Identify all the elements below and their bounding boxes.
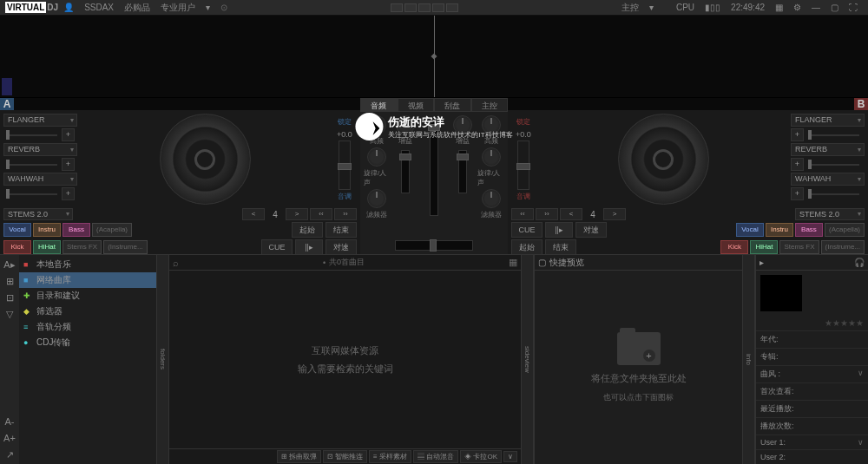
fx-reverb-slider[interactable]: [806, 158, 862, 171]
fx-reverb-select[interactable]: REVERB: [791, 143, 865, 156]
font-decrease[interactable]: A-: [3, 415, 16, 428]
dropdown-icon[interactable]: ▾: [206, 3, 210, 12]
crossfader[interactable]: [395, 240, 473, 251]
maximize-button[interactable]: ▢: [831, 3, 838, 12]
sidebar-item-lists[interactable]: ✚目录和建议: [19, 288, 156, 304]
stem-bass[interactable]: Bass: [62, 223, 90, 237]
settings-icon[interactable]: ⚙: [793, 3, 801, 12]
filter-knob-b[interactable]: [482, 147, 501, 167]
header-tab-1[interactable]: 必购品: [124, 2, 150, 14]
deck-a-jogwheel[interactable]: [160, 114, 251, 205]
stem-vocal[interactable]: Vocal: [3, 223, 31, 237]
loop-end[interactable]: 结束: [326, 222, 357, 238]
sidebar-tool[interactable]: ⊞: [3, 274, 16, 288]
mixer-tab-scratch[interactable]: 刮盘: [434, 98, 471, 112]
overview-waveform[interactable]: [0, 16, 868, 98]
fx-flanger-select[interactable]: FLANGER: [791, 114, 865, 127]
waveform-slot-a[interactable]: [2, 78, 12, 95]
master-fader[interactable]: [430, 121, 438, 216]
rating-stars[interactable]: ★★★★★: [760, 318, 864, 328]
gain-knob-b[interactable]: [482, 115, 501, 134]
sidebar-item-local[interactable]: ■本地音乐: [19, 257, 156, 272]
search-icon[interactable]: ⌕: [173, 258, 179, 268]
user-icon[interactable]: 👤: [63, 3, 74, 12]
deck-b-label[interactable]: B: [854, 98, 868, 110]
play-button[interactable]: ||▸: [545, 222, 573, 238]
stem-fx[interactable]: Stems FX: [62, 240, 102, 254]
close-button[interactable]: ⛶: [849, 3, 858, 12]
fx-add-button[interactable]: +: [791, 128, 804, 141]
footer-btn[interactable]: ◈ 卡拉OK: [460, 450, 502, 463]
deck-a-label[interactable]: A: [0, 98, 14, 110]
deck-b-pitch-slider[interactable]: [517, 141, 529, 190]
preview-dropzone[interactable]: 将任意文件夹拖至此处 也可以点击下面图标: [535, 271, 742, 464]
footer-btn[interactable]: ⊞ 拆曲取弹: [277, 450, 321, 463]
stem-instru[interactable]: Instru: [33, 223, 61, 237]
stem-kick[interactable]: Kick: [3, 240, 31, 254]
cue-button[interactable]: CUE: [261, 239, 293, 255]
stems-select[interactable]: STEMS 2.0: [795, 208, 865, 220]
fx-add-button[interactable]: +: [791, 187, 804, 200]
user-name[interactable]: SSDAX: [84, 3, 114, 12]
loop-end[interactable]: 结束: [545, 239, 576, 255]
stem-vocal[interactable]: Vocal: [736, 223, 764, 237]
search-input[interactable]: [182, 258, 319, 267]
minimize-button[interactable]: —: [812, 3, 820, 12]
hotcue-prev[interactable]: <: [242, 208, 265, 220]
mixer-tab-audio[interactable]: 音频: [360, 98, 398, 112]
stem-hihat[interactable]: HiHat: [750, 240, 778, 254]
channel-fader-a[interactable]: [401, 150, 410, 193]
calendar-icon[interactable]: ▦: [775, 3, 783, 12]
footer-btn[interactable]: ⊡ 智能推连: [323, 450, 367, 463]
stem-instru[interactable]: Instru: [766, 223, 793, 237]
fx-add-button[interactable]: +: [62, 187, 75, 200]
sidebar-item-cdj[interactable]: ●CDJ传输: [19, 335, 156, 350]
fx-add-button[interactable]: +: [791, 158, 804, 171]
fx-flanger-slider[interactable]: [3, 128, 60, 141]
fx-wahwah-slider[interactable]: [3, 187, 60, 200]
sidebar-tool[interactable]: ▽: [3, 307, 16, 321]
low-knob-b[interactable]: [482, 189, 501, 208]
footer-dropdown[interactable]: ∨: [503, 451, 517, 462]
play-button[interactable]: ||▸: [295, 239, 323, 255]
pitch-lock-label[interactable]: 锁定: [516, 117, 530, 127]
fx-flanger-select[interactable]: FLANGER: [3, 114, 77, 127]
hotcue-double-next[interactable]: ››: [536, 208, 558, 220]
low-knob-a[interactable]: [367, 189, 386, 208]
header-tab-2[interactable]: 专业用户: [161, 2, 195, 14]
sidebar-item-filter[interactable]: ◆筛选器: [19, 304, 156, 319]
sidebar-item-stems[interactable]: ≡音轨分频: [19, 319, 156, 335]
footer-btn[interactable]: ≡ 采样素材: [369, 450, 411, 463]
fx-reverb-slider[interactable]: [3, 158, 60, 171]
fx-wahwah-select[interactable]: WAHWAH: [3, 173, 77, 186]
record-icon[interactable]: ⊙: [220, 3, 227, 12]
gain-knob-a[interactable]: [367, 115, 386, 134]
gain-knob-r[interactable]: [453, 115, 472, 134]
stem-hihat[interactable]: HiHat: [33, 240, 61, 254]
loop-start[interactable]: 起始: [292, 222, 323, 238]
channel-fader-b[interactable]: [458, 150, 467, 193]
stem-fx[interactable]: Stems FX: [779, 240, 819, 254]
mixer-tab-main[interactable]: 主控: [471, 98, 509, 112]
pitch-lock-label[interactable]: 锁定: [338, 117, 352, 127]
fx-wahwah-select[interactable]: WAHWAH: [791, 173, 865, 186]
fx-flanger-slider[interactable]: [806, 128, 862, 141]
sync-button[interactable]: 对速: [575, 222, 607, 238]
cue-button[interactable]: CUE: [511, 222, 542, 238]
stem-acapella[interactable]: (Acapella): [92, 223, 132, 237]
hotcue-next[interactable]: >: [603, 208, 626, 220]
deck-a-waveform[interactable]: [14, 98, 360, 110]
folder-add-icon[interactable]: [617, 332, 661, 365]
stem-instrume[interactable]: (Instrume...: [821, 240, 865, 254]
sync-button[interactable]: 对速: [326, 239, 357, 255]
hotcue-double-next[interactable]: ››: [334, 208, 357, 220]
deck-a-pitch-slider[interactable]: [339, 141, 351, 190]
master-label[interactable]: 主控: [621, 2, 639, 14]
fx-add-button[interactable]: +: [62, 158, 75, 171]
font-increase[interactable]: A+: [3, 431, 16, 445]
stem-bass[interactable]: Bass: [795, 223, 823, 237]
master-dropdown-icon[interactable]: ▾: [649, 3, 654, 12]
filter-knob-a[interactable]: [367, 147, 386, 167]
info-genre[interactable]: 曲风 :: [756, 365, 868, 382]
sidebar-tool[interactable]: A▸: [3, 258, 16, 271]
